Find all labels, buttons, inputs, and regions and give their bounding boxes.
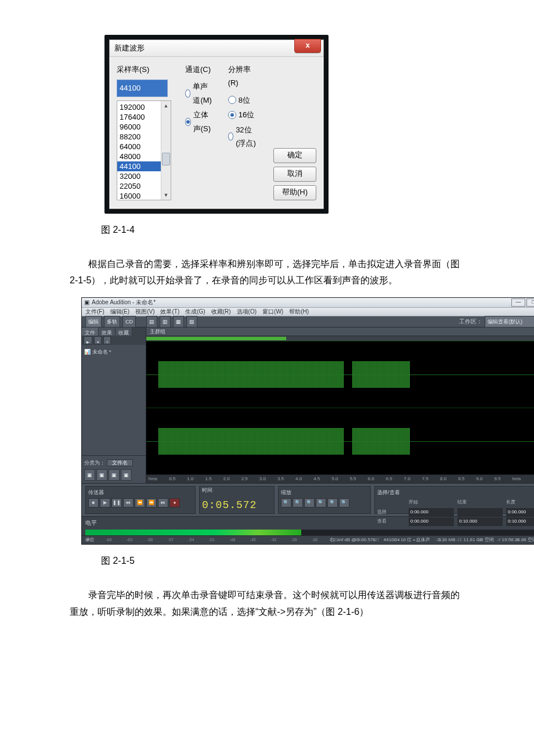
mode-edit-button[interactable]: 编辑	[85, 316, 102, 327]
maximize-button[interactable]: □	[526, 298, 534, 307]
zoom-icon[interactable]: 🔍	[293, 498, 303, 507]
time-value[interactable]: 0:00.000	[506, 508, 534, 516]
wave-tab[interactable]: 主群组	[146, 327, 534, 336]
tool-icon[interactable]: ▤	[146, 316, 157, 327]
list-item[interactable]: 192000	[117, 102, 161, 112]
mode-cd-button[interactable]: CD	[122, 316, 136, 327]
file-list[interactable]: 📊 未命名 *	[82, 345, 146, 455]
sort-dropdown[interactable]: 文件名	[107, 459, 133, 466]
wave-track-left[interactable]	[146, 341, 534, 408]
mode-multitrack-button[interactable]: 多轨	[104, 316, 120, 327]
time-ruler[interactable]: hms0.51.01.52.02.53.03.54.04.55.05.56.06…	[146, 474, 534, 483]
radio-icon[interactable]	[228, 111, 236, 119]
workspace-label: 工作区：	[459, 316, 482, 327]
radio-icon[interactable]	[185, 118, 191, 126]
side-btn-icon[interactable]: ▣	[96, 469, 107, 481]
time-value[interactable]	[457, 508, 503, 516]
workspace-dropdown[interactable]: 编辑查看(默认)	[485, 316, 534, 327]
list-item[interactable]: 32000	[117, 171, 161, 181]
menu-item[interactable]: 收藏(R)	[211, 307, 231, 317]
tool-icon[interactable]: ▥	[160, 316, 171, 327]
stop-button[interactable]: ■	[88, 498, 99, 507]
scrollbar[interactable]: ▲ ▼	[161, 101, 171, 200]
list-item[interactable]: 22050	[117, 181, 161, 191]
new-waveform-dialog: 新建波形 x 采样率(S) 44100 19200017640096000882…	[109, 39, 324, 209]
waveform-area[interactable]: 主群组 dB-3-6-9-12-15-∞-15-12-9-6-3dB hms0.…	[146, 327, 534, 483]
list-item[interactable]: 📊 未命名 *	[84, 347, 143, 357]
side-btn-icon[interactable]: ▣	[121, 469, 132, 481]
menu-bar[interactable]: 文件(F)编辑(E)视图(V)效果(T)生成(G)收藏(R)选项(O)窗口(W)…	[82, 308, 534, 316]
sample-rate-label: 采样率(S)	[117, 63, 171, 76]
side-tool-icon[interactable]: ▪	[94, 336, 102, 344]
ruler-tick: 5.0	[331, 475, 338, 483]
side-tool-icon[interactable]: ▫	[103, 336, 111, 344]
time-value[interactable]: 0:10.000	[506, 517, 534, 525]
side-btn-icon[interactable]: ▣	[109, 469, 120, 481]
time-value[interactable]: 0:10.000	[457, 517, 503, 525]
list-item[interactable]: 44100	[117, 161, 161, 171]
status-left: 录音	[85, 536, 95, 544]
scroll-up-icon[interactable]: ▲	[164, 101, 169, 110]
side-tab[interactable]: 效果	[99, 327, 116, 336]
zoom-icon[interactable]: 🔍	[316, 498, 326, 507]
level-tick: -57	[168, 537, 174, 544]
menu-item[interactable]: 窗口(W)	[262, 307, 283, 317]
list-item[interactable]: 96000	[117, 122, 161, 132]
minimize-button[interactable]: —	[511, 298, 525, 307]
list-item[interactable]: 88200	[117, 132, 161, 142]
zoom-icon[interactable]: 🔍	[339, 498, 349, 507]
ffwd-button[interactable]: ⏩	[146, 498, 157, 507]
side-tab[interactable]: 文件	[82, 327, 99, 336]
sample-rate-input[interactable]: 44100	[117, 80, 168, 96]
play-button[interactable]: ▶	[100, 498, 110, 507]
close-button[interactable]: x	[294, 39, 321, 53]
scroll-down-icon[interactable]: ▼	[164, 190, 169, 200]
ok-button[interactable]: 确定	[273, 148, 316, 163]
resolution-option[interactable]: 8位	[228, 93, 250, 107]
channel-option[interactable]: 单声道(M)	[185, 80, 214, 107]
list-item[interactable]: 48000	[117, 152, 161, 161]
rew-button[interactable]: ⏪	[135, 498, 145, 507]
figure-2-1-4-wrap: 新建波形 x 采样率(S) 44100 19200017640096000882…	[104, 35, 464, 214]
ruler-tick: 6.0	[368, 475, 374, 483]
level-tick: -36	[312, 537, 317, 544]
col-header: 结束	[457, 498, 503, 506]
list-item[interactable]: 16000	[117, 191, 161, 200]
side-tabs[interactable]: 文件效果收藏	[82, 327, 146, 336]
side-tool-icon[interactable]: ▸	[84, 336, 92, 344]
side-btn-icon[interactable]: ▣	[84, 469, 95, 481]
channel-option[interactable]: 立体声(S)	[185, 108, 214, 135]
radio-icon[interactable]	[228, 96, 236, 104]
resolution-option[interactable]: 32位 (浮点)	[228, 123, 259, 150]
time-value[interactable]: 0:00.000	[409, 508, 454, 516]
radio-icon[interactable]	[185, 89, 190, 98]
time-display: 0:05.572	[202, 496, 272, 514]
pause-button[interactable]: ❚❚	[111, 498, 122, 507]
prev-button[interactable]: ⏮	[123, 498, 134, 507]
list-item[interactable]: 176400	[117, 112, 161, 122]
zoom-icon[interactable]: 🔍	[327, 498, 338, 507]
overview-bar[interactable]	[146, 336, 534, 341]
sample-rate-list[interactable]: 1920001764009600088200640004800044100320…	[117, 100, 171, 200]
zoom-icon[interactable]: 🔍	[304, 498, 315, 507]
time-value[interactable]: 0:00.000	[409, 517, 454, 525]
tool-icon[interactable]: ▧	[186, 316, 197, 327]
channels-group: 通道(C) 单声道(M)立体声(S)	[185, 63, 214, 200]
scroll-thumb[interactable]	[162, 153, 170, 165]
menu-item[interactable]: 帮助(H)	[289, 307, 309, 317]
cancel-button[interactable]: 取消	[273, 167, 316, 182]
menu-item[interactable]: 选项(O)	[237, 307, 257, 317]
zoom-icon[interactable]: 🔍	[281, 498, 291, 507]
wave-track-right[interactable]	[146, 408, 534, 474]
tool-icon[interactable]: ▦	[173, 316, 184, 327]
list-item[interactable]: 64000	[117, 142, 161, 152]
record-button[interactable]: ●	[169, 498, 180, 507]
ruler-tick: 0.5	[169, 475, 175, 483]
figure-caption-2: 图 2-1-5	[101, 553, 464, 570]
ruler-tick: 3.5	[277, 475, 284, 483]
help-button[interactable]: 帮助(H)	[273, 185, 316, 200]
next-button[interactable]: ⏭	[158, 498, 168, 507]
resolution-option[interactable]: 16位	[228, 108, 254, 121]
radio-icon[interactable]	[228, 132, 233, 141]
side-tab[interactable]: 收藏	[116, 327, 132, 336]
